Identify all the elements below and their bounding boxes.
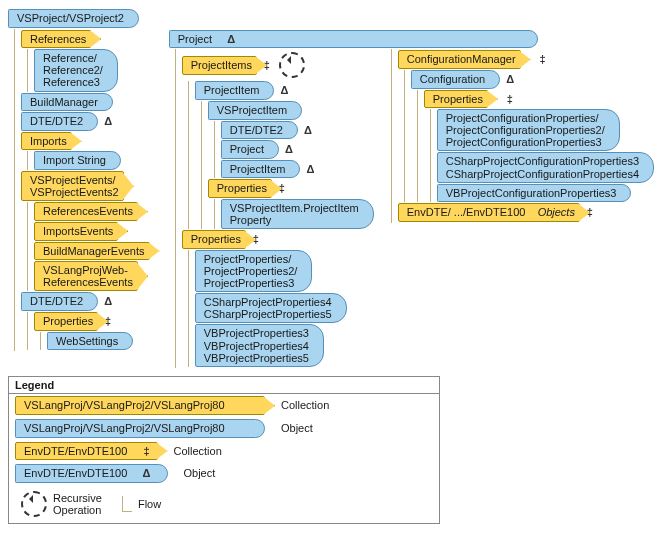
vsproject-object: VSProject/VSProject2: [8, 9, 139, 28]
properties-collection-item: Properties: [208, 179, 272, 198]
legend-title: Legend: [9, 377, 439, 395]
properties-collection-proj: Properties: [182, 230, 246, 249]
vslangprojweb-events-collection: VSLangProjWeb-ReferencesEvents: [34, 261, 138, 291]
project-object: Project Δ: [169, 30, 538, 49]
projectitem-object-child: ProjectItem: [221, 160, 301, 179]
recursive-icon-legend: [21, 491, 47, 517]
csharp-projectproperties-object: CSharpProjectProperties4CSharpProjectPro…: [195, 293, 347, 323]
import-string-object: Import String: [34, 151, 121, 170]
properties-collection-cfg: Properties: [424, 90, 488, 109]
legend-collection-label: Collection: [281, 399, 433, 412]
dte-dte2-object: DTE/DTE2: [21, 112, 98, 131]
projectitem-object: ProjectItem: [195, 81, 275, 100]
vsprojectitem-object: VSProjectItem: [208, 101, 302, 120]
reference-object: Reference/Reference2/Reference3: [34, 49, 118, 91]
websettings-object: WebSettings: [47, 332, 133, 351]
legend-envdte-object: EnvDTE/EnvDTE100 Δ: [15, 464, 168, 483]
vb-projectproperties-object: VBProjectProperties3VBProjectProperties4…: [195, 324, 324, 366]
projectproperties-object: ProjectProperties/ProjectProperties2/Pro…: [195, 250, 313, 292]
dte-dte2-object-3: DTE/DTE2: [221, 121, 298, 140]
legend-recursive-label: RecursiveOperation: [53, 492, 102, 516]
flow-icon: [122, 496, 132, 512]
ddagger-symbol: ‡: [504, 93, 516, 106]
delta-symbol: Δ: [504, 73, 516, 86]
projectitems-collection: ProjectItems: [182, 56, 257, 75]
legend: Legend VSLangProj/VSLangProj2/VSLangProj…: [8, 376, 440, 524]
project-object-child: Project: [221, 140, 279, 159]
buildmanager-events-collection: BuildManagerEvents: [34, 242, 150, 261]
legend-envdte-collection: EnvDTE/EnvDTE100 ‡: [15, 442, 158, 461]
configurationmanager-collection: ConfigurationManager: [398, 50, 521, 69]
dte-dte2-object-2: DTE/DTE2: [21, 292, 98, 311]
imports-collection: Imports: [21, 132, 72, 151]
properties-collection: Properties: [34, 312, 98, 331]
delta-symbol: Δ: [278, 84, 290, 97]
envdte-collection: EnvDTE/ .../EnvDTE100 Objects: [398, 203, 580, 222]
legend-envdte-collection-label: Collection: [174, 445, 434, 458]
buildmanager-object: BuildManager: [21, 93, 113, 112]
legend-object-label: Object: [281, 422, 433, 435]
vsprojectevents-collection: VSProjectEvents/VSProjectEvents2: [21, 171, 124, 201]
recursive-icon: [279, 52, 305, 78]
delta-symbol: Δ: [225, 33, 237, 46]
root-node: VSProject/VSProject2: [8, 9, 654, 28]
csharp-projcfg-properties-object: CSharpProjectConfigurationProperties3CSh…: [437, 152, 654, 182]
imports-events-collection: ImportsEvents: [34, 222, 118, 241]
ddagger-symbol: ‡: [537, 53, 549, 66]
legend-vslangproj-collection: VSLangProj/VSLangProj2/VSLangProj80: [15, 396, 265, 415]
delta-symbol: Δ: [304, 163, 316, 176]
delta-symbol: Δ: [102, 295, 114, 308]
vb-projcfg-properties-object: VBProjectConfigurationProperties3: [437, 184, 632, 203]
legend-vslangproj-object: VSLangProj/VSLangProj2/VSLangProj80: [15, 419, 265, 438]
configuration-object: Configuration: [411, 70, 500, 89]
legend-flow-label: Flow: [138, 498, 161, 511]
delta-symbol: Δ: [283, 143, 295, 156]
references-collection: References: [21, 30, 91, 49]
projcfg-properties-object: ProjectConfigurationProperties/ProjectCo…: [437, 109, 620, 151]
references-events-collection: ReferencesEvents: [34, 202, 138, 221]
legend-envdte-object-label: Object: [184, 467, 434, 480]
delta-symbol: Δ: [302, 124, 314, 137]
delta-symbol: Δ: [102, 115, 114, 128]
vsprojectitem-property-object: VSProjectItem.ProjectItemProperty: [221, 199, 374, 229]
